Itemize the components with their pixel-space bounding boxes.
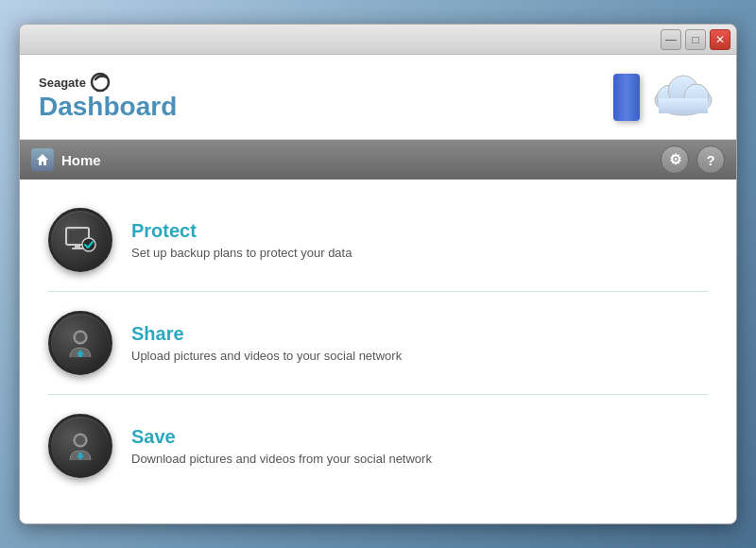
share-text: Share Upload pictures and videos to your… — [131, 323, 708, 363]
protect-icon-svg — [62, 222, 98, 258]
save-item[interactable]: Save Download pictures and videos from y… — [48, 395, 708, 497]
hdd-icon — [613, 74, 640, 121]
help-button[interactable]: ? — [696, 146, 725, 174]
svg-point-13 — [76, 333, 85, 342]
brand-name: Seagate — [39, 76, 86, 90]
protect-item[interactable]: Protect Set up backup plans to protect y… — [48, 189, 708, 292]
svg-rect-9 — [75, 245, 80, 248]
share-icon — [48, 311, 112, 375]
main-window: — □ ✕ Seagate Dashboard — [19, 24, 737, 524]
nav-bar: Home ⚙ ? — [20, 140, 736, 180]
maximize-button[interactable]: □ — [685, 29, 706, 50]
seagate-logo-icon — [90, 72, 111, 93]
close-button[interactable]: ✕ — [710, 29, 730, 50]
save-text: Save Download pictures and videos from y… — [131, 426, 708, 466]
nav-left: Home — [31, 148, 101, 171]
logo-area: Seagate Dashboard — [39, 72, 177, 122]
protect-icon — [48, 208, 112, 272]
home-icon — [36, 153, 49, 166]
home-nav-icon[interactable] — [31, 148, 54, 171]
main-content: Protect Set up backup plans to protect y… — [20, 180, 736, 523]
svg-rect-5 — [659, 98, 708, 113]
protect-title: Protect — [131, 220, 708, 242]
protect-desc: Set up backup plans to protect your data — [131, 246, 708, 260]
svg-point-16 — [76, 436, 85, 445]
protect-text: Protect Set up backup plans to protect y… — [131, 220, 708, 260]
save-desc: Download pictures and videos from your s… — [131, 452, 708, 466]
settings-button[interactable]: ⚙ — [661, 146, 689, 174]
share-icon-svg — [62, 325, 98, 361]
title-bar: — □ ✕ — [20, 25, 736, 55]
svg-marker-6 — [37, 154, 48, 165]
seagate-logo: Seagate — [39, 72, 177, 93]
share-item[interactable]: Share Upload pictures and videos to your… — [48, 292, 708, 395]
share-desc: Upload pictures and videos to your socia… — [131, 349, 708, 363]
save-icon-svg — [62, 428, 98, 464]
share-title: Share — [131, 323, 708, 345]
svg-rect-10 — [72, 248, 83, 249]
nav-home-label: Home — [61, 152, 101, 168]
header-icons — [613, 70, 717, 124]
cloud-icon — [649, 70, 717, 124]
minimize-button[interactable]: — — [661, 29, 681, 50]
header: Seagate Dashboard — [20, 55, 736, 140]
nav-right: ⚙ ? — [661, 146, 725, 174]
save-icon — [48, 414, 112, 478]
page-title: Dashboard — [39, 93, 177, 122]
save-title: Save — [131, 426, 708, 448]
